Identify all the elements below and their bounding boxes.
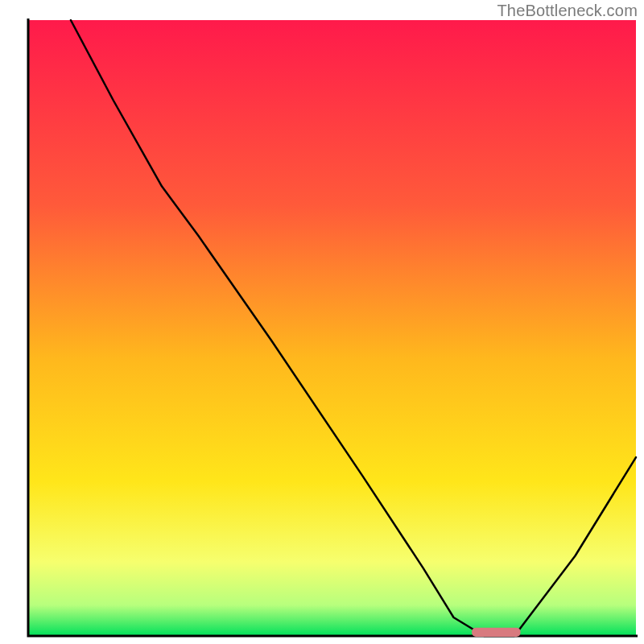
attribution-text: TheBottleneck.com [497, 2, 638, 20]
chart-svg [0, 0, 644, 644]
chart-stage: TheBottleneck.com [0, 0, 644, 644]
optimum-marker [472, 628, 520, 637]
